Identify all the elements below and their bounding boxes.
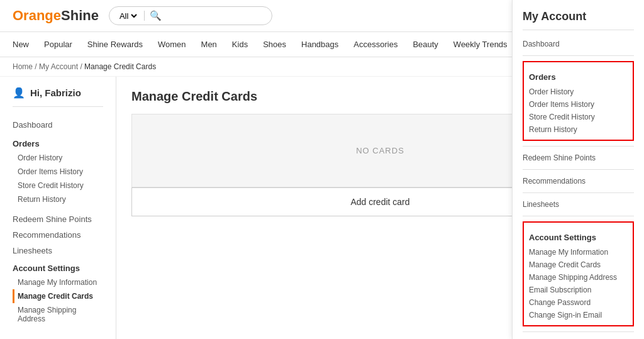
sidebar-item-return-history[interactable]: Return History <box>13 192 103 206</box>
sidebar: 👤 Hi, Fabrizio Dashboard Orders Order Hi… <box>0 77 116 339</box>
logo[interactable]: OrangeShine <box>13 8 99 24</box>
nav-item-new[interactable]: New <box>13 32 29 57</box>
panel-divider-6 <box>523 331 634 332</box>
panel-divider-1 <box>523 55 634 56</box>
panel-item-order-items-history[interactable]: Order Items History <box>529 98 628 111</box>
nav-item-shine-rewards[interactable]: Shine Rewards <box>87 32 143 57</box>
search-button[interactable]: 🔍 <box>150 10 162 21</box>
nav-item-kids[interactable]: Kids <box>232 32 248 57</box>
panel-item-store-credit-history[interactable]: Store Credit History <box>529 111 628 123</box>
sidebar-item-recommendations[interactable]: Recommendations <box>13 227 103 243</box>
sidebar-item-dashboard[interactable]: Dashboard <box>13 117 103 133</box>
user-profile-icon: 👤 <box>13 87 25 99</box>
panel-item-return-history[interactable]: Return History <box>529 123 628 136</box>
panel-divider-3 <box>523 169 634 170</box>
panel-item-change-password[interactable]: Change Password <box>529 296 628 309</box>
nav-item-weekly-trends[interactable]: Weekly Trends <box>453 32 508 57</box>
sidebar-user: 👤 Hi, Fabrizio <box>13 87 103 107</box>
search-filter-select[interactable]: All <box>117 11 139 21</box>
panel-account-settings-label: Account Settings <box>529 233 628 242</box>
sidebar-item-order-items-history[interactable]: Order Items History <box>13 165 103 179</box>
nav-item-beauty[interactable]: Beauty <box>413 32 438 57</box>
nav-item-women[interactable]: Women <box>158 32 186 57</box>
panel-item-email-subscription[interactable]: Email Subscription <box>529 284 628 296</box>
sidebar-item-manage-shipping-address[interactable]: Manage Shipping Address <box>13 303 103 326</box>
panel-account-box: Account Settings Manage My Information M… <box>523 221 634 326</box>
search-divider <box>144 11 145 21</box>
panel-item-order-history[interactable]: Order History <box>529 86 628 98</box>
nav-item-men[interactable]: Men <box>201 32 217 57</box>
panel-title: My Account <box>523 10 634 30</box>
nav-item-popular[interactable]: Popular <box>44 32 72 57</box>
sidebar-item-redeem-shine-points[interactable]: Redeem Shine Points <box>13 211 103 227</box>
panel-divider-5 <box>523 216 634 216</box>
panel-item-linesheets[interactable]: Linesheets <box>523 198 634 211</box>
panel-orders-box: Orders Order History Order Items History… <box>523 61 634 141</box>
right-panel: My Account Dashboard Orders Order Histor… <box>512 0 644 339</box>
sidebar-item-store-credit-history[interactable]: Store Credit History <box>13 179 103 192</box>
panel-orders-label: Orders <box>529 72 628 82</box>
search-bar: All 🔍 <box>109 6 272 25</box>
panel-item-manage-credit-cards[interactable]: Manage Credit Cards <box>529 258 628 271</box>
sidebar-item-order-history[interactable]: Order History <box>13 151 103 165</box>
nav-item-handbags[interactable]: Handbags <box>301 32 338 57</box>
sidebar-item-linesheets[interactable]: Linesheets <box>13 243 103 258</box>
sidebar-item-manage-credit-cards[interactable]: Manage Credit Cards <box>13 289 103 303</box>
panel-item-recommendations[interactable]: Recommendations <box>523 175 634 187</box>
panel-item-manage-shipping-address[interactable]: Manage Shipping Address <box>529 271 628 284</box>
logo-orange: Orange <box>13 8 61 23</box>
panel-item-redeem-shine-points[interactable]: Redeem Shine Points <box>523 152 634 164</box>
panel-divider-4 <box>523 192 634 193</box>
breadcrumb-home[interactable]: Home <box>13 62 33 71</box>
panel-item-manage-my-information[interactable]: Manage My Information <box>529 246 628 258</box>
breadcrumb-account[interactable]: My Account <box>39 62 78 71</box>
nav-item-shoes[interactable]: Shoes <box>263 32 286 57</box>
panel-item-dashboard[interactable]: Dashboard <box>523 38 634 50</box>
sidebar-item-manage-my-information[interactable]: Manage My Information <box>13 275 103 289</box>
nav-item-accessories[interactable]: Accessories <box>353 32 397 57</box>
no-cards-label: NO CARDS <box>356 146 404 155</box>
logo-black: Shine <box>61 8 99 23</box>
sidebar-orders-label: Orders <box>13 139 103 148</box>
panel-divider-2 <box>523 146 634 147</box>
sidebar-username: Hi, Fabrizio <box>30 87 81 98</box>
sidebar-account-settings-label: Account Settings <box>13 264 103 273</box>
breadcrumb-current: Manage Credit Cards <box>84 62 156 71</box>
panel-item-change-signin-email[interactable]: Change Sign-in Email <box>529 309 628 321</box>
